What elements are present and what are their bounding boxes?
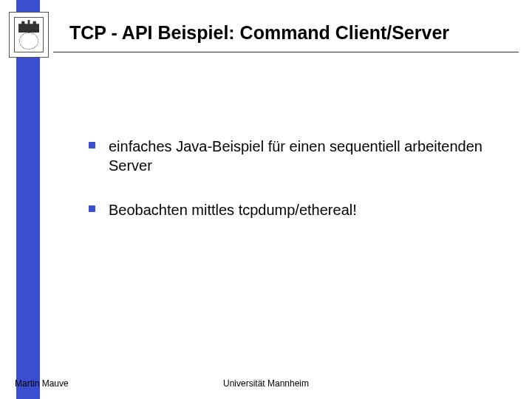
bullet-icon	[89, 205, 95, 212]
bullet-text: einfaches Java-Beispiel für einen sequen…	[109, 137, 502, 175]
accent-bar	[16, 0, 40, 399]
castle-icon	[18, 20, 39, 33]
list-item: Beobachten mittles tcpdump/ethereal!	[89, 200, 502, 219]
slide-title: TCP - API Beispiel: Command Client/Serve…	[69, 22, 449, 44]
slide: TCP - API Beispiel: Command Client/Serve…	[0, 0, 532, 399]
university-logo	[9, 12, 49, 58]
content-area: einfaches Java-Beispiel für einen sequen…	[89, 137, 502, 245]
bullet-text: Beobachten mittles tcpdump/ethereal!	[109, 200, 357, 219]
logo-inner	[14, 17, 44, 52]
bullet-icon	[89, 142, 95, 149]
list-item: einfaches Java-Beispiel für einen sequen…	[89, 137, 502, 175]
footer-affiliation: Universität Mannheim	[0, 378, 532, 389]
title-rule	[53, 52, 519, 52]
seal-icon	[19, 33, 38, 50]
